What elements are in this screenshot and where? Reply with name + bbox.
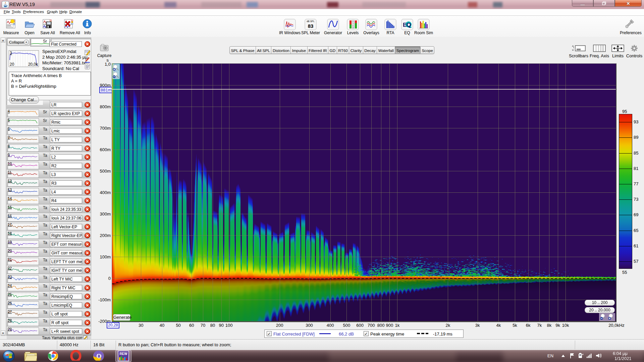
svg-text:83: 83 <box>308 23 314 29</box>
svg-text:dB SPL: dB SPL <box>307 20 315 22</box>
svg-text:EQ: EQ <box>403 22 411 28</box>
svg-text:REW: REW <box>119 352 127 356</box>
